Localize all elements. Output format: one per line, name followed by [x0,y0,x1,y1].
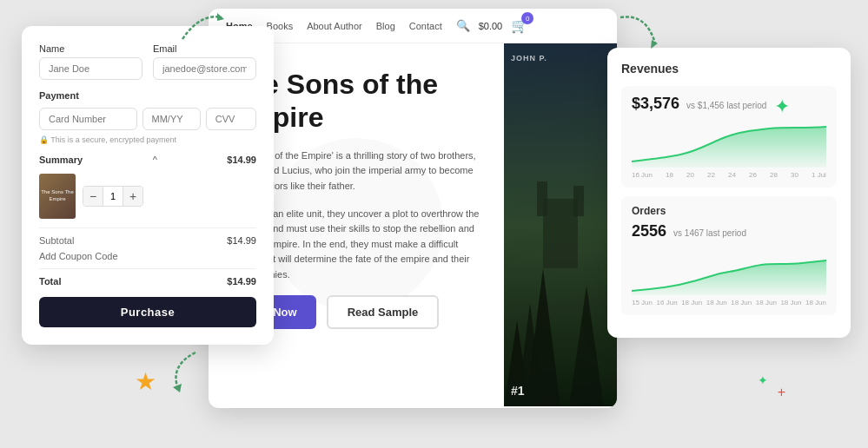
cover-author: JOHN P. [511,54,547,63]
orders-compare: vs 1467 last period [673,228,746,238]
rev-label-5: 24 [728,171,736,179]
book-cover: JOHN P. #1 [504,43,617,406]
total-row: Total $14.99 [39,276,256,287]
summary-label: Summary [39,155,83,165]
cart-item-row: The Sons The Empire − 1 + [39,174,256,219]
svg-rect-10 [573,186,584,216]
nav-blog[interactable]: Blog [376,21,395,31]
nav-price: $0.00 [479,21,503,31]
revenue-chart [632,120,826,168]
subtotal-label: Subtotal [39,235,74,246]
rev-label-4: 22 [707,171,715,179]
svg-marker-1 [651,40,658,49]
email-field-group: Email [153,43,256,80]
orders-value-row: 2556 vs 1467 last period [632,222,826,240]
cart-icon-wrapper[interactable]: 🛒 0 [511,17,528,34]
total-value: $14.99 [227,276,256,287]
expiry-input[interactable] [142,108,201,130]
arrow-top-right [612,9,659,56]
svg-rect-9 [537,181,547,216]
ord-label-1: 15 Jun [632,299,653,306]
revenue-compare: vs $1,456 last period [686,101,766,110]
ord-label-8: 18 Jun [805,299,826,306]
rev-label-3: 20 [686,171,694,179]
name-label: Name [39,43,142,54]
cart-badge: 0 [521,12,533,24]
ord-label-2: 16 Jun [657,299,678,306]
summary-toggle[interactable]: ^ [153,155,157,165]
cover-image-area [504,43,617,406]
rev-label-6: 26 [749,171,757,179]
rev-label-9: 1 Jul [812,171,826,179]
thumbnail-text: The Sons The Empire [41,189,74,203]
email-label: Email [153,43,256,54]
orders-metric-card: Orders 2556 vs 1467 last period [621,196,837,315]
ord-label-7: 18 Jun [780,299,801,306]
subtotal-value: $14.99 [227,235,256,246]
analytics-card: Revenues $3,576 vs $1,456 last period [607,48,851,338]
qty-increase-btn[interactable]: + [123,187,142,206]
orders-area-chart [632,247,826,295]
revenue-value: $3,576 [632,95,679,113]
divider-1 [39,227,256,228]
total-label: Total [39,276,61,287]
arrow-bottom-left [161,344,204,396]
ord-label-3: 18 Jun [681,299,702,306]
revenue-chart-labels: 16 Jun 18 20 22 24 26 28 30 1 Jul [632,171,826,179]
qty-control: − 1 + [83,186,143,207]
revenue-value-row: $3,576 vs $1,456 last period [632,95,826,113]
orders-chart [632,247,826,295]
qty-value: 1 [103,187,123,206]
payment-row [39,108,256,130]
deco-dot-tr: ✦ [774,96,790,118]
orders-chart-labels: 15 Jun 16 Jun 18 Jun 18 Jun 18 Jun 18 Ju… [632,299,826,306]
checkout-card: Name Email Payment This is a secure, enc… [22,26,274,345]
scene: ★ ✦ + ✦ Name Email Payment This is a sec… [0,0,868,448]
qty-decrease-btn[interactable]: − [83,187,103,206]
name-email-row: Name Email [39,43,256,80]
revenue-area-chart [632,120,826,168]
summary-inline-price: $14.99 [227,155,256,165]
ord-label-4: 18 Jun [706,299,727,306]
divider-2 [39,268,256,269]
rev-label-7: 28 [770,171,778,179]
svg-rect-8 [543,199,578,268]
read-sample-button[interactable]: Read Sample [327,295,440,329]
name-field-group: Name [39,43,142,80]
nav-contact[interactable]: Contact [409,21,442,31]
email-input[interactable] [153,57,256,80]
analytics-title: Revenues [621,62,837,76]
nav-about-author[interactable]: About Author [307,21,362,31]
revenue-metric-card: $3,576 vs $1,456 last period 16 Jun [621,86,837,188]
name-input[interactable] [39,57,142,80]
search-icon[interactable]: 🔍 [456,19,470,32]
coupon-link[interactable]: Add Coupon Code [39,251,256,261]
summary-header: Summary ^ $14.99 [39,155,256,165]
cart-book-thumbnail: The Sons The Empire [39,174,76,219]
cover-illustration [504,43,617,406]
cvv-input[interactable] [206,108,256,130]
secure-text: This is a secure, encrypted payment [39,135,256,144]
purchase-button[interactable]: Purchase [39,297,256,327]
deco-dot-br: + [778,385,785,400]
star-decoration: ★ [135,367,156,396]
nav-icons: 🔍 $0.00 🛒 0 [456,17,529,34]
svg-marker-0 [217,13,224,21]
svg-marker-2 [173,384,182,392]
payment-section-title: Payment [39,90,256,101]
ord-label-5: 18 Jun [731,299,752,306]
rev-label-2: 18 [666,171,673,179]
arrow-top-left [174,9,226,43]
cover-number: #1 [511,384,525,398]
ord-label-6: 18 Jun [756,299,777,306]
orders-label: Orders [632,205,826,217]
orders-value: 2556 [632,222,666,240]
subtotal-row: Subtotal $14.99 [39,235,256,246]
deco-dot-br2: ✦ [758,373,768,387]
rev-label-8: 30 [791,171,798,179]
card-number-input[interactable] [39,108,137,130]
rev-label-1: 16 Jun [632,171,653,179]
